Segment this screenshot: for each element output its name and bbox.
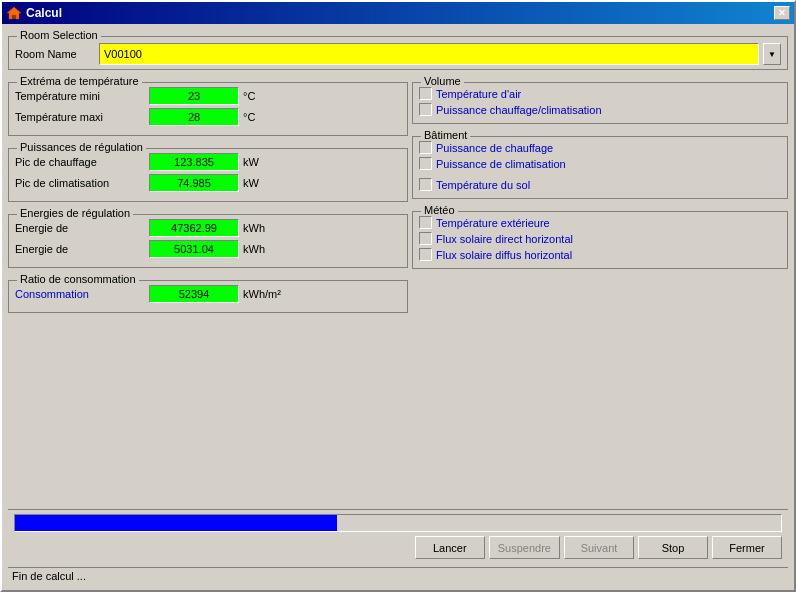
air-row: Température d'air — [419, 87, 781, 100]
ratio-label: Ratio de consommation — [17, 273, 139, 285]
bottom-bar: Lancer Suspendre Suivant Stop Fermer — [8, 509, 788, 563]
volume-label: Volume — [421, 75, 464, 87]
energie1-input[interactable] — [149, 219, 239, 237]
fermer-button[interactable]: Fermer — [712, 536, 782, 559]
pic-clim-input[interactable] — [149, 174, 239, 192]
chauffage-row: Puissance de chauffage — [419, 141, 781, 154]
puissance-vol-checkbox[interactable] — [419, 103, 432, 116]
lancer-button[interactable]: Lancer — [415, 536, 485, 559]
title-buttons: ✕ — [774, 6, 790, 20]
energie2-row: Energie de kWh — [15, 240, 401, 258]
ext-label: Température extérieure — [436, 217, 550, 229]
flux-direct-checkbox[interactable] — [419, 232, 432, 245]
pic-chauffage-input[interactable] — [149, 153, 239, 171]
flux-direct-label: Flux solaire direct horizontal — [436, 233, 573, 245]
flux-diffus-label: Flux solaire diffus horizontal — [436, 249, 572, 261]
sol-label: Température du sol — [436, 179, 530, 191]
buttons-row: Lancer Suspendre Suivant Stop Fermer — [14, 536, 782, 559]
puissances-group: Puissances de régulation Pic de chauffag… — [8, 148, 408, 202]
window-title: Calcul — [26, 6, 62, 20]
room-selection-label: Room Selection — [17, 29, 101, 41]
temp-mini-row: Température mini °C — [15, 87, 401, 105]
energies-group: Energies de régulation Energie de kWh En… — [8, 214, 408, 268]
air-checkbox[interactable] — [419, 87, 432, 100]
progress-bar-container — [14, 514, 782, 532]
puissance-vol-row: Puissance chauffage/climatisation — [419, 103, 781, 116]
left-panel: Extréma de température Température mini … — [8, 74, 408, 505]
title-bar: Calcul ✕ — [2, 2, 794, 24]
pic-chauffage-label: Pic de chauffage — [15, 156, 145, 168]
temp-mini-unit: °C — [243, 90, 255, 102]
stop-button[interactable]: Stop — [638, 536, 708, 559]
temp-mini-label: Température mini — [15, 90, 145, 102]
puissance-vol-label: Puissance chauffage/climatisation — [436, 104, 602, 116]
room-name-label: Room Name — [15, 48, 95, 60]
room-row: Room Name ▼ — [15, 43, 781, 65]
clim-label: Puissance de climatisation — [436, 158, 566, 170]
suspendre-button[interactable]: Suspendre — [489, 536, 560, 559]
status-bar: Fin de calcul ... — [8, 567, 788, 584]
temp-mini-input[interactable] — [149, 87, 239, 105]
pic-chauffage-unit: kW — [243, 156, 259, 168]
volume-group: Volume Température d'air Puissance chauf… — [412, 82, 788, 124]
batiment-group: Bâtiment Puissance de chauffage Puissanc… — [412, 136, 788, 199]
clim-checkbox[interactable] — [419, 157, 432, 170]
conso-label: Consommation — [15, 288, 145, 300]
air-label: Température d'air — [436, 88, 521, 100]
energie2-unit: kWh — [243, 243, 265, 255]
room-name-input[interactable] — [99, 43, 759, 65]
energie1-unit: kWh — [243, 222, 265, 234]
pic-clim-unit: kW — [243, 177, 259, 189]
conso-unit: kWh/m² — [243, 288, 281, 300]
pic-clim-row: Pic de climatisation kW — [15, 174, 401, 192]
main-content: Extréma de température Température mini … — [8, 74, 788, 505]
progress-bar-fill — [15, 515, 337, 531]
flux-diffus-row: Flux solaire diffus horizontal — [419, 248, 781, 261]
conso-input[interactable] — [149, 285, 239, 303]
extrema-label: Extréma de température — [17, 75, 142, 87]
sol-row: Température du sol — [419, 178, 781, 191]
puissances-label: Puissances de régulation — [17, 141, 146, 153]
meteo-label: Météo — [421, 204, 458, 216]
flux-direct-row: Flux solaire direct horizontal — [419, 232, 781, 245]
status-text: Fin de calcul ... — [12, 570, 86, 582]
clim-row: Puissance de climatisation — [419, 157, 781, 170]
title-bar-left: Calcul — [6, 5, 62, 21]
room-dropdown-button[interactable]: ▼ — [763, 43, 781, 65]
energies-label: Energies de régulation — [17, 207, 133, 219]
house-icon — [6, 5, 22, 21]
main-window: Calcul ✕ Room Selection Room Name ▼ Extr… — [0, 0, 796, 592]
meteo-group: Météo Température extérieure Flux solair… — [412, 211, 788, 269]
chauffage-label: Puissance de chauffage — [436, 142, 553, 154]
temp-maxi-row: Température maxi °C — [15, 108, 401, 126]
pic-chauffage-row: Pic de chauffage kW — [15, 153, 401, 171]
energie2-label: Energie de — [15, 243, 145, 255]
sol-checkbox[interactable] — [419, 178, 432, 191]
window-body: Room Selection Room Name ▼ Extréma de te… — [2, 24, 794, 590]
ext-row: Température extérieure — [419, 216, 781, 229]
ext-checkbox[interactable] — [419, 216, 432, 229]
chauffage-checkbox[interactable] — [419, 141, 432, 154]
conso-row: Consommation kWh/m² — [15, 285, 401, 303]
temp-maxi-label: Température maxi — [15, 111, 145, 123]
temp-maxi-input[interactable] — [149, 108, 239, 126]
ratio-group: Ratio de consommation Consommation kWh/m… — [8, 280, 408, 313]
flux-diffus-checkbox[interactable] — [419, 248, 432, 261]
energie1-label: Energie de — [15, 222, 145, 234]
pic-clim-label: Pic de climatisation — [15, 177, 145, 189]
right-panel: Volume Température d'air Puissance chauf… — [412, 74, 788, 505]
extrema-group: Extréma de température Température mini … — [8, 82, 408, 136]
room-selection-group: Room Selection Room Name ▼ — [8, 36, 788, 70]
energie2-input[interactable] — [149, 240, 239, 258]
energie1-row: Energie de kWh — [15, 219, 401, 237]
close-button[interactable]: ✕ — [774, 6, 790, 20]
temp-maxi-unit: °C — [243, 111, 255, 123]
progress-area — [14, 514, 782, 532]
suivant-button[interactable]: Suivant — [564, 536, 634, 559]
batiment-label: Bâtiment — [421, 129, 470, 141]
svg-rect-1 — [12, 15, 16, 19]
